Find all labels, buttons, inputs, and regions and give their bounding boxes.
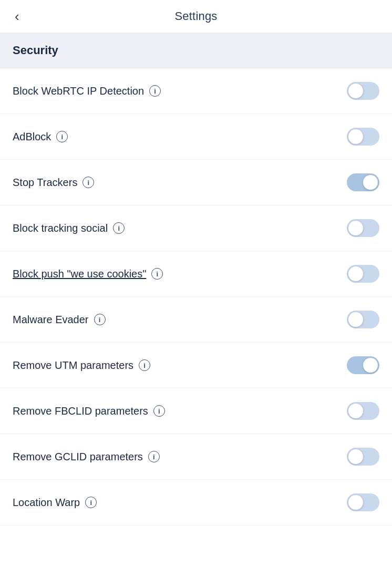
info-icon-malware-evader[interactable]: i <box>94 314 106 325</box>
toggle-stop-trackers[interactable] <box>347 173 379 191</box>
header: ‹ Settings <box>0 0 392 33</box>
setting-row-malware-evader: Malware Evaderi <box>0 297 392 343</box>
setting-left-remove-utm: Remove UTM parametersi <box>13 359 150 372</box>
toggle-block-push-cookies[interactable] <box>347 265 379 283</box>
setting-label-remove-fbclid: Remove FBCLID parameters <box>13 405 148 417</box>
info-icon-block-webrtc[interactable]: i <box>149 85 161 97</box>
section-header: Security <box>0 33 392 68</box>
setting-left-adblock: AdBlocki <box>13 131 68 143</box>
toggle-block-webrtc[interactable] <box>347 82 379 100</box>
settings-list: Block WebRTC IP DetectioniAdBlockiStop T… <box>0 68 392 526</box>
toggle-location-warp[interactable] <box>347 493 379 511</box>
section-title: Security <box>13 44 58 57</box>
toggle-remove-fbclid[interactable] <box>347 402 379 420</box>
page-title: Settings <box>174 9 217 23</box>
setting-left-block-tracking-social: Block tracking sociali <box>13 222 125 234</box>
info-icon-block-tracking-social[interactable]: i <box>113 222 125 234</box>
setting-label-location-warp: Location Warp <box>13 497 80 509</box>
setting-left-block-webrtc: Block WebRTC IP Detectioni <box>13 85 161 97</box>
toggle-malware-evader[interactable] <box>347 311 379 328</box>
info-icon-block-push-cookies[interactable]: i <box>151 268 163 280</box>
setting-row-remove-fbclid: Remove FBCLID parametersi <box>0 388 392 434</box>
back-button[interactable]: ‹ <box>11 7 24 25</box>
setting-row-adblock: AdBlocki <box>0 114 392 160</box>
setting-label-block-tracking-social: Block tracking social <box>13 222 108 234</box>
info-icon-remove-fbclid[interactable]: i <box>153 405 165 417</box>
setting-row-location-warp: Location Warpi <box>0 480 392 526</box>
setting-row-remove-utm: Remove UTM parametersi <box>0 343 392 388</box>
setting-left-malware-evader: Malware Evaderi <box>13 314 106 326</box>
setting-left-stop-trackers: Stop Trackersi <box>13 177 94 189</box>
setting-left-remove-gclid: Remove GCLID parametersi <box>13 451 160 463</box>
toggle-block-tracking-social[interactable] <box>347 219 379 237</box>
setting-left-location-warp: Location Warpi <box>13 497 97 509</box>
setting-label-remove-gclid: Remove GCLID parameters <box>13 451 143 463</box>
setting-label-block-webrtc: Block WebRTC IP Detection <box>13 85 144 97</box>
info-icon-remove-gclid[interactable]: i <box>148 451 160 462</box>
setting-label-malware-evader: Malware Evader <box>13 314 89 326</box>
setting-label-remove-utm: Remove UTM parameters <box>13 359 133 372</box>
toggle-remove-gclid[interactable] <box>347 448 379 466</box>
toggle-remove-utm[interactable] <box>347 356 379 374</box>
setting-row-block-webrtc: Block WebRTC IP Detectioni <box>0 68 392 114</box>
info-icon-stop-trackers[interactable]: i <box>82 177 94 188</box>
info-icon-adblock[interactable]: i <box>56 131 68 142</box>
info-icon-remove-utm[interactable]: i <box>139 359 150 371</box>
setting-row-block-push-cookies: Block push "we use cookies"i <box>0 251 392 297</box>
setting-label-block-push-cookies: Block push "we use cookies" <box>13 268 146 280</box>
setting-left-remove-fbclid: Remove FBCLID parametersi <box>13 405 165 417</box>
setting-row-block-tracking-social: Block tracking sociali <box>0 205 392 251</box>
toggle-adblock[interactable] <box>347 128 379 146</box>
info-icon-location-warp[interactable]: i <box>85 497 97 508</box>
setting-label-stop-trackers: Stop Trackers <box>13 177 77 189</box>
setting-row-stop-trackers: Stop Trackersi <box>0 160 392 205</box>
setting-label-adblock: AdBlock <box>13 131 51 143</box>
setting-row-remove-gclid: Remove GCLID parametersi <box>0 434 392 480</box>
setting-left-block-push-cookies: Block push "we use cookies"i <box>13 268 163 280</box>
